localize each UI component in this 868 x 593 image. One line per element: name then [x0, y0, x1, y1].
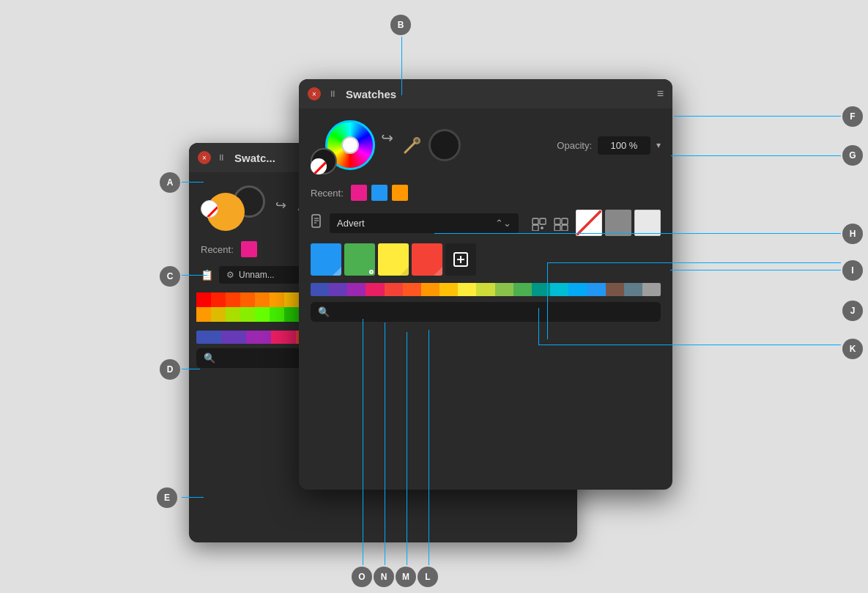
grid-cell[interactable]	[211, 307, 226, 322]
front-strip-item[interactable]	[385, 283, 403, 296]
grid-cell[interactable]	[240, 292, 255, 307]
front-library-actions	[530, 214, 570, 232]
front-close-button[interactable]: ×	[308, 87, 321, 100]
back-close-button[interactable]: ×	[198, 151, 211, 164]
ann-line-k-vert	[538, 308, 539, 345]
front-gray-swatch[interactable]	[605, 210, 631, 236]
front-opacity-value[interactable]: 100 %	[598, 136, 650, 155]
annotation-M: M	[396, 567, 416, 587]
front-strip-item[interactable]	[513, 283, 532, 296]
front-strip-item[interactable]	[550, 283, 568, 296]
annotation-line-F	[674, 116, 841, 117]
front-strip-item[interactable]	[568, 283, 587, 296]
back-strip-item[interactable]	[271, 331, 296, 344]
grid-cell[interactable]	[211, 292, 226, 307]
front-swatches-row	[299, 239, 672, 280]
back-recent-label: Recent:	[201, 244, 234, 255]
annotation-J: J	[842, 301, 863, 321]
grid-cell[interactable]	[284, 292, 299, 307]
front-recent-label: Recent:	[311, 188, 344, 199]
svg-rect-15	[554, 218, 560, 224]
annotation-line-I	[670, 270, 841, 270]
ann-line-a-horiz	[182, 182, 198, 183]
front-swap-arrow[interactable]: ↩	[381, 129, 393, 147]
grid-cell[interactable]	[240, 307, 255, 322]
svg-rect-16	[562, 218, 568, 224]
front-eyedropper[interactable]	[402, 135, 423, 155]
front-search-icon: 🔍	[318, 306, 330, 317]
front-strip-item[interactable]	[587, 283, 605, 296]
grid-cell[interactable]	[255, 307, 270, 322]
grid-cell[interactable]	[226, 307, 240, 322]
annotation-F: F	[842, 106, 863, 127]
front-add-swatch-button[interactable]	[530, 214, 548, 232]
annotation-A: A	[160, 172, 180, 193]
svg-rect-10	[533, 218, 538, 224]
front-search-input[interactable]	[334, 306, 653, 317]
grid-cell[interactable]	[270, 292, 284, 307]
front-strip-item[interactable]	[476, 283, 494, 296]
annotation-I: I	[842, 260, 863, 281]
front-dark-circle[interactable]	[429, 129, 461, 161]
svg-rect-17	[554, 225, 560, 231]
back-strip-item[interactable]	[221, 331, 246, 344]
front-swatch-options-button[interactable]	[552, 214, 570, 232]
front-strip-item[interactable]	[495, 283, 513, 296]
annotation-D: D	[160, 359, 180, 380]
svg-line-3	[405, 142, 415, 152]
front-strip-item[interactable]	[329, 283, 347, 296]
back-strip-item[interactable]	[196, 331, 221, 344]
ann-line-m-vert	[407, 332, 407, 565]
back-recent-color-1[interactable]	[241, 241, 257, 257]
front-strip-item[interactable]	[439, 283, 458, 296]
front-color-strip	[311, 283, 661, 296]
grid-cell[interactable]	[226, 292, 240, 307]
front-opacity-chevron[interactable]: ▾	[656, 140, 661, 150]
front-strip-item[interactable]	[421, 283, 439, 296]
front-strip-item[interactable]	[347, 283, 366, 296]
front-swatch-cursor	[453, 252, 468, 267]
back-search-icon: 🔍	[204, 353, 215, 364]
annotation-line-G	[671, 155, 841, 156]
svg-point-5	[415, 139, 419, 143]
front-swatch-active[interactable]	[445, 243, 476, 276]
back-pause-button[interactable]: ⏸	[217, 152, 226, 163]
front-menu-button[interactable]: ≡	[657, 87, 664, 100]
front-swatch-blue[interactable]	[311, 243, 341, 276]
front-recent-color-3[interactable]	[392, 185, 408, 201]
annotation-line-H	[434, 233, 841, 234]
front-library-chevron: ⌃⌄	[495, 218, 511, 229]
front-white-swatch[interactable]	[634, 210, 661, 236]
back-strip-item[interactable]	[246, 331, 271, 344]
front-strip-item[interactable]	[311, 283, 329, 296]
front-strip-item[interactable]	[624, 283, 642, 296]
front-strip-item[interactable]	[366, 283, 384, 296]
front-pause-button[interactable]: ⏸	[328, 89, 337, 99]
window-front: × ⏸ Swatches ≡ ↩	[299, 79, 672, 490]
annotation-B: B	[390, 15, 411, 35]
front-color-picker-row: ↩ Opacity: 100 % ▾	[299, 108, 672, 182]
front-null-swatch[interactable]	[576, 210, 602, 236]
front-swatch-red[interactable]	[412, 243, 442, 276]
svg-rect-12	[533, 225, 538, 231]
front-strip-item[interactable]	[606, 283, 624, 296]
grid-cell[interactable]	[255, 292, 270, 307]
front-swatch-green[interactable]	[344, 243, 375, 276]
back-arrow-icon: ↩	[275, 197, 286, 213]
annotation-O: O	[352, 567, 372, 587]
front-library-dropdown[interactable]: Advert ⌃⌄	[330, 213, 519, 233]
ann-line-d	[182, 369, 200, 369]
grid-cell[interactable]	[284, 307, 299, 322]
front-strip-item[interactable]	[642, 283, 661, 296]
front-recent-color-1[interactable]	[351, 185, 367, 201]
grid-cell[interactable]	[196, 292, 211, 307]
front-swatch-yellow[interactable]	[378, 243, 409, 276]
grid-cell[interactable]	[270, 307, 284, 322]
front-special-swatches	[576, 210, 661, 236]
front-strip-item[interactable]	[403, 283, 421, 296]
front-doc-icon	[311, 214, 324, 232]
front-recent-color-2[interactable]	[371, 185, 387, 201]
front-strip-item[interactable]	[458, 283, 476, 296]
front-library-name: Advert	[337, 218, 365, 229]
grid-cell[interactable]	[196, 307, 211, 322]
